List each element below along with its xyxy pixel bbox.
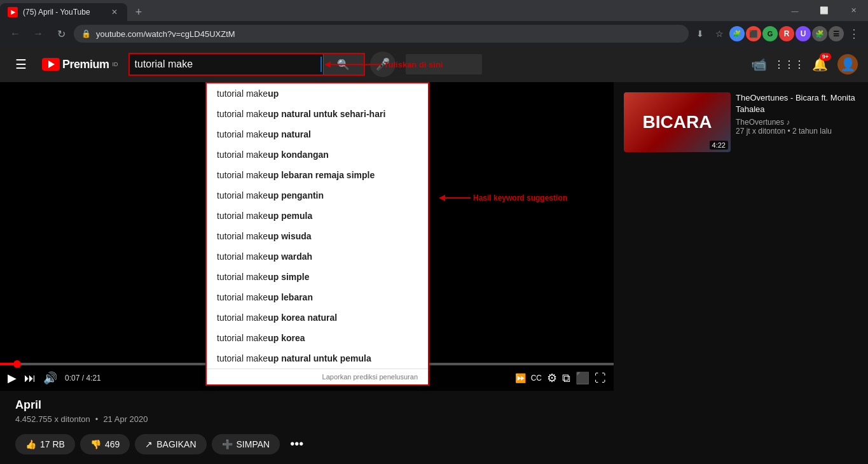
suggestion-bold-text: up kondangan: [268, 150, 329, 160]
minimize-button[interactable]: —: [780, 0, 809, 21]
suggestion-bold-text: up natural untuk sehari-hari: [268, 109, 385, 119]
suggestion-bold-text: up lebaran: [268, 292, 313, 302]
active-tab[interactable]: ▶ (75) April - YouTube ✕: [0, 3, 127, 21]
meta-dot: •: [95, 414, 99, 424]
ext-green-icon[interactable]: G: [762, 26, 778, 41]
youtube-logo[interactable]: PremiumID: [42, 58, 118, 71]
tab-title: (75) April - YouTube: [23, 8, 104, 17]
share-label: BAGIKAN: [156, 439, 196, 449]
download-icon[interactable]: ⬇: [691, 25, 709, 43]
refresh-button[interactable]: ↻: [51, 24, 71, 44]
suggestion-normal-text: tutorial make: [217, 231, 268, 241]
suggestion-item[interactable]: tutorial makeup korea: [207, 328, 428, 348]
search-input[interactable]: [130, 54, 320, 74]
suggestion-item[interactable]: tutorial make up: [207, 83, 428, 104]
suggestion-normal-text: tutorial make: [217, 333, 268, 343]
cursor-indicator: [320, 57, 322, 72]
address-input[interactable]: 🔒 youtube.com/watch?v=cgLD45UXZtM: [74, 25, 689, 43]
suggestion-normal-text: tutorial make: [217, 313, 268, 323]
youtube-logo-icon: [42, 58, 60, 71]
more-options-button[interactable]: •••: [285, 432, 308, 456]
forward-button[interactable]: →: [28, 24, 48, 44]
fullscreen-button[interactable]: ⛶: [595, 372, 606, 385]
ext-red-icon[interactable]: ⬛: [746, 26, 761, 41]
search-box-wrapper: 🔍: [128, 53, 365, 76]
suggestion-item[interactable]: tutorial make up korea natural: [207, 307, 428, 328]
settings-button[interactable]: ⚙: [547, 371, 557, 385]
save-button[interactable]: ➕ SIMPAN: [212, 434, 280, 454]
like-icon: 👍: [25, 439, 36, 449]
apps-button[interactable]: ⋮⋮⋮: [776, 52, 802, 77]
close-button[interactable]: ✕: [839, 0, 868, 21]
thumb-text: BICARA: [643, 112, 712, 132]
ext-r-icon[interactable]: R: [779, 26, 794, 41]
suggestion-item[interactable]: tutorial makeup kondangan: [207, 144, 428, 165]
suggestion-footer[interactable]: Laporkan prediksi penelusuran: [207, 369, 428, 384]
suggestion-item[interactable]: tutorial make up wardah: [207, 246, 428, 267]
mic-icon: 🎤: [376, 57, 390, 71]
ext-u-icon[interactable]: U: [796, 26, 811, 41]
miniplayer-button[interactable]: ⧉: [562, 372, 570, 385]
suggestion-item[interactable]: tutorial make up natural untuk pemula: [207, 348, 428, 369]
save-icon: ➕: [222, 439, 233, 449]
speed-button[interactable]: ⏩: [515, 373, 526, 383]
suggestion-item[interactable]: tutorial make up wisuda: [207, 226, 428, 246]
dislike-button[interactable]: 👎 469: [80, 434, 130, 454]
apps-grid-icon: ⋮⋮⋮: [774, 59, 804, 71]
next-button[interactable]: ⏭: [24, 372, 36, 385]
dislike-count: 469: [105, 439, 120, 449]
suggestion-bold-text: up natural untuk pemula: [268, 353, 371, 363]
sidebar-video-card[interactable]: BICARA 4:22 TheOvertunes - Bicara ft. Mo…: [619, 87, 863, 157]
lock-icon: 🔒: [81, 29, 91, 38]
like-button[interactable]: 👍 17 RB: [15, 434, 75, 454]
suggestion-bold-text: up wardah: [268, 251, 312, 262]
chrome-menu-icon[interactable]: ⋮: [845, 25, 863, 43]
volume-button[interactable]: 🔊: [43, 371, 57, 385]
back-button[interactable]: ←: [5, 24, 25, 44]
suggestion-item[interactable]: tutorial makeup simple: [207, 267, 428, 287]
suggestion-item[interactable]: tutorial makeup lebaran: [207, 287, 428, 307]
search-button[interactable]: 🔍: [323, 54, 364, 74]
suggestion-item[interactable]: tutorial make up pengantin: [207, 185, 428, 206]
suggestion-normal-text: tutorial make: [217, 272, 268, 282]
suggestion-normal-text: tutorial make: [217, 292, 268, 302]
suggestion-bold-text: up: [268, 88, 279, 99]
theater-button[interactable]: ⬛: [575, 371, 589, 385]
suggestion-normal-text: tutorial make: [217, 109, 268, 119]
tab-bar: ▶ (75) April - YouTube ✕ + — ⬜ ✕: [0, 0, 868, 21]
user-avatar[interactable]: 👤: [837, 54, 858, 74]
browser-actions: ⬇ ☆ 🧩 ⬛ G R U 🧩 ☰ ⋮: [691, 25, 863, 43]
like-count: 17 RB: [40, 439, 65, 449]
address-bar-row: ← → ↻ 🔒 youtube.com/watch?v=cgLD45UXZtM …: [0, 21, 868, 46]
suggestion-bold-text: up korea natural: [268, 313, 337, 323]
search-icon: 🔍: [337, 59, 350, 71]
suggestion-item[interactable]: tutorial makeup pemula: [207, 206, 428, 226]
play-button[interactable]: ▶: [8, 371, 17, 385]
suggestion-item[interactable]: tutorial make up lebaran remaja simple: [207, 165, 428, 185]
maximize-button[interactable]: ⬜: [809, 0, 839, 21]
create-button[interactable]: 📹: [746, 52, 771, 77]
mic-button[interactable]: 🎤: [370, 52, 396, 77]
notification-badge: 9+: [820, 53, 831, 60]
video-duration-badge: 4:22: [710, 141, 728, 150]
current-time: 0:07: [65, 374, 79, 383]
ext-menu-icon[interactable]: ☰: [829, 26, 844, 41]
view-count: 4.452.755 x ditonton: [15, 414, 90, 424]
ext-puzzle2-icon[interactable]: 🧩: [812, 26, 827, 41]
suggestion-bold-text: up pengantin: [268, 190, 324, 200]
suggestion-item[interactable]: tutorial makeup natural: [207, 124, 428, 144]
dislike-icon: 👎: [90, 439, 101, 449]
ext-puzzle-icon[interactable]: 🧩: [729, 26, 745, 41]
suggestion-item[interactable]: tutorial make up natural untuk sehari-ha…: [207, 104, 428, 124]
logo-id: ID: [113, 61, 118, 67]
bookmark-icon[interactable]: ☆: [710, 25, 728, 43]
notifications-button[interactable]: 🔔 9+: [807, 52, 832, 77]
video-info: April 4.452.755 x ditonton • 21 Apr 2020…: [0, 391, 614, 464]
subtitles-button[interactable]: CC: [531, 374, 542, 383]
new-tab-button[interactable]: +: [130, 3, 148, 21]
share-button[interactable]: ↗ BAGIKAN: [135, 434, 206, 454]
search-hint-box: [406, 54, 482, 74]
search-suggestions-dropdown[interactable]: tutorial make up tutorial make up natura…: [205, 82, 429, 386]
tab-close-btn[interactable]: ✕: [109, 7, 120, 17]
hamburger-menu-icon[interactable]: ☰: [10, 52, 32, 77]
